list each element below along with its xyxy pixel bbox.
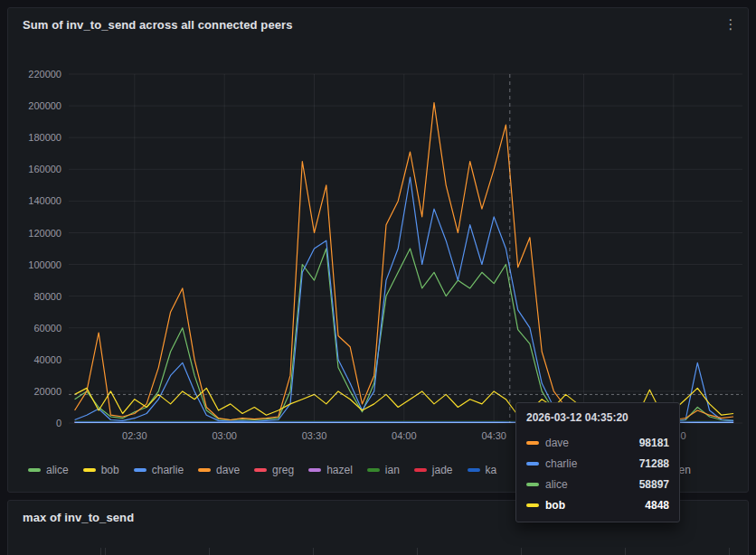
x-tick-label: 02:30 xyxy=(122,430,147,441)
legend-label: ian xyxy=(385,464,400,476)
chart-tooltip: 2026-03-12 04:35:20 dave98181charlie7128… xyxy=(515,402,680,522)
series-color-marker-icon xyxy=(526,441,539,445)
legend-label: hazel xyxy=(326,464,353,476)
y-tick-label: 140000 xyxy=(28,195,61,206)
series-color-marker-icon xyxy=(468,468,480,472)
x-tick-label: 03:30 xyxy=(302,430,327,441)
legend-label: dave xyxy=(216,464,240,476)
y-tick-label: 60000 xyxy=(33,323,61,334)
gridline-sliver xyxy=(8,548,741,555)
y-tick-label: 120000 xyxy=(28,228,61,239)
x-tick-label: 04:30 xyxy=(481,430,506,441)
legend-item-hazel[interactable]: hazel xyxy=(308,464,353,476)
legend-item-bob[interactable]: bob xyxy=(83,464,119,476)
tooltip-series-value: 98181 xyxy=(639,437,669,449)
tooltip-rows: dave98181charlie71288alice58897bob4848 xyxy=(516,432,679,515)
tooltip-series-label: alice xyxy=(545,478,568,491)
legend-label: greg xyxy=(272,464,294,476)
legend-item-ian[interactable]: ian xyxy=(367,464,400,476)
y-tick-label: 180000 xyxy=(28,132,61,143)
series-color-marker-icon xyxy=(134,468,146,472)
tooltip-series-value: 4848 xyxy=(645,499,669,512)
y-tick-label: 40000 xyxy=(33,354,61,365)
legend-item-greg[interactable]: greg xyxy=(254,464,294,476)
legend-item-charlie[interactable]: charlie xyxy=(134,464,184,476)
x-tick-label: 03:00 xyxy=(212,430,237,441)
legend-label: alice xyxy=(46,464,69,476)
tooltip-series-label: charlie xyxy=(545,457,577,470)
series-color-marker-icon xyxy=(83,468,96,472)
legend-item-ka[interactable]: ka xyxy=(468,464,497,476)
series-color-marker-icon xyxy=(526,483,539,486)
panel-title: max of inv_to_send xyxy=(23,511,134,524)
legend-item-dave[interactable]: dave xyxy=(198,464,240,476)
series-color-marker-icon xyxy=(414,468,427,472)
tooltip-series-label: bob xyxy=(545,499,565,512)
series-color-marker-icon xyxy=(526,462,539,466)
y-tick-label: 0 xyxy=(56,418,61,428)
series-color-marker-icon xyxy=(28,468,41,472)
tooltip-row-bob: bob4848 xyxy=(516,494,679,515)
tooltip-timestamp: 2026-03-12 04:35:20 xyxy=(516,411,679,432)
tooltip-series-value: 71288 xyxy=(639,457,669,470)
y-tick-label: 160000 xyxy=(28,164,61,174)
legend-item-alice[interactable]: alice xyxy=(28,464,69,476)
legend-item-jade[interactable]: jade xyxy=(414,464,453,476)
legend-label: bob xyxy=(101,464,119,476)
series-color-marker-icon xyxy=(526,503,539,507)
tooltip-row-charlie: charlie71288 xyxy=(516,453,679,474)
x-tick-label: 04:00 xyxy=(392,430,417,441)
series-color-marker-icon xyxy=(367,468,380,472)
y-tick-label: 20000 xyxy=(33,386,61,397)
series-color-marker-icon xyxy=(198,468,211,472)
series-color-marker-icon xyxy=(308,468,321,472)
y-tick-label: 100000 xyxy=(28,259,61,270)
tooltip-row-dave: dave98181 xyxy=(516,432,679,453)
series-color-marker-icon xyxy=(254,468,267,472)
legend-label: ka xyxy=(486,464,497,476)
tooltip-series-value: 58897 xyxy=(639,478,669,491)
tooltip-row-alice: alice58897 xyxy=(516,474,679,494)
tooltip-series-label: dave xyxy=(545,437,569,449)
legend-label: charlie xyxy=(152,464,184,476)
y-tick-label: 220000 xyxy=(28,69,61,80)
legend-label: jade xyxy=(432,464,453,476)
y-tick-label: 80000 xyxy=(33,291,61,302)
y-tick-label: 200000 xyxy=(28,100,61,111)
